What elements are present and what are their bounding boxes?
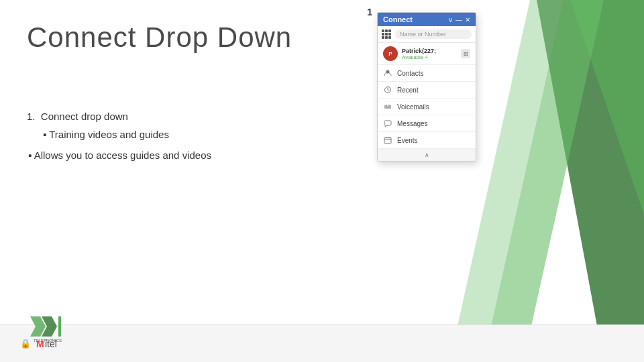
messages-label: Messages xyxy=(397,120,428,127)
collapse-row[interactable]: ∧ xyxy=(378,149,476,161)
annotation-number: 1 xyxy=(367,7,372,17)
collapse-icon: ∧ xyxy=(425,152,429,158)
minimize-icon[interactable]: — xyxy=(455,16,462,23)
voicemail-icon xyxy=(383,102,392,111)
bullet-item-1: 1. Connect drop down xyxy=(27,107,617,125)
bullet-1-text: 1. Connect drop down xyxy=(27,107,128,125)
message-icon xyxy=(383,119,392,128)
search-row: Name or Number xyxy=(378,26,476,43)
svg-text:TELETRONICS: TELETRONICS xyxy=(34,339,62,343)
close-icon[interactable]: ✕ xyxy=(465,16,470,23)
bottom-bar: TELETRONICS 🔒 M itel xyxy=(0,324,644,362)
avatar: P xyxy=(383,46,398,61)
bullet-section: 1. Connect drop down Training videos and… xyxy=(27,107,617,164)
page-title: Connect Drop Down xyxy=(27,21,617,54)
voicemails-label: Voicemails xyxy=(397,103,429,111)
grid-icon[interactable] xyxy=(382,29,391,39)
sub-bullet-1: Training videos and guides xyxy=(43,125,617,143)
menu-item-recent[interactable]: Recent xyxy=(378,82,476,99)
teletronics-logo: TELETRONICS xyxy=(27,310,87,343)
events-label: Events xyxy=(397,137,418,144)
chevron-down-icon[interactable]: ∨ xyxy=(448,16,453,23)
svg-rect-12 xyxy=(384,137,391,143)
svg-rect-11 xyxy=(384,121,391,125)
search-input-fake[interactable]: Name or Number xyxy=(395,29,472,39)
sub-bullets: Training videos and guides xyxy=(27,125,617,143)
logo-area: TELETRONICS xyxy=(27,310,87,346)
user-action-button[interactable]: ⊞ xyxy=(461,49,470,58)
menu-item-messages[interactable]: Messages xyxy=(378,115,476,132)
events-icon xyxy=(383,135,392,145)
user-row: P Patrick(227; Available + ⊞ xyxy=(378,43,476,65)
bullet-item-2: Allows you to access guides and videos xyxy=(27,146,211,164)
person-icon xyxy=(383,68,392,78)
user-name: Patrick(227; xyxy=(402,48,457,54)
contacts-label: Contacts xyxy=(397,70,423,77)
svg-rect-18 xyxy=(58,316,61,337)
recent-label: Recent xyxy=(397,86,419,94)
menu-item-events[interactable]: Events xyxy=(378,132,476,149)
user-status: Available + xyxy=(402,54,457,60)
main-content: Connect Drop Down 1. Connect drop down T… xyxy=(0,0,644,186)
panel-header-icons: ∨ — ✕ xyxy=(448,16,470,23)
panel-header: Connect ∨ — ✕ xyxy=(378,13,476,26)
panel-title: Connect xyxy=(383,15,413,23)
user-info: Patrick(227; Available + xyxy=(402,48,457,60)
menu-item-voicemails[interactable]: Voicemails xyxy=(378,99,476,115)
clock-icon xyxy=(383,85,392,95)
connect-panel: Connect ∨ — ✕ Name or Number P Patrick(2… xyxy=(377,12,476,162)
menu-item-contacts[interactable]: Contacts xyxy=(378,65,476,82)
